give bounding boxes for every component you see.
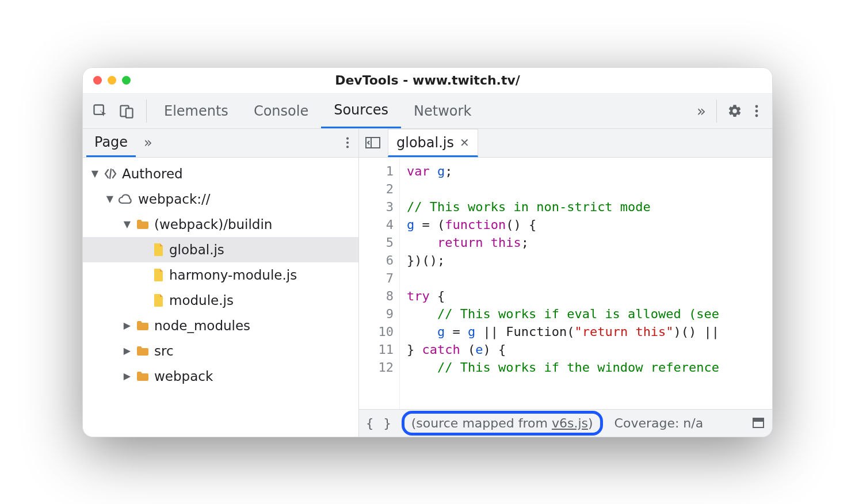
svg-point-3 (755, 105, 758, 108)
sidebar-more-tabs-icon[interactable]: » (136, 135, 152, 151)
chevron-right-icon: ▶ (123, 371, 131, 381)
tab-elements[interactable]: Elements (151, 94, 241, 128)
tree-node-webpack[interactable]: ▼ webpack:// (83, 186, 358, 212)
tree-label: module.js (169, 293, 234, 308)
svg-rect-12 (753, 418, 764, 421)
folder-icon (136, 320, 150, 331)
inspect-icon[interactable] (92, 103, 108, 119)
file-icon (153, 293, 165, 307)
tab-sources[interactable]: Sources (321, 94, 401, 128)
more-tabs-chevron-icon[interactable]: » (691, 102, 712, 120)
devtools-window: DevTools - www.twitch.tv/ ElementsConsol… (82, 67, 773, 437)
source-map-text: (source mapped from (411, 416, 552, 430)
editor-tab-global-js[interactable]: global.js ✕ (388, 129, 478, 157)
line-gutter: 123456789101112 (359, 158, 399, 409)
file-tree: ▼ Authored ▼ webpack:// ▼ (83, 158, 358, 437)
tree-label: webpack:// (138, 192, 210, 207)
code-area: 123456789101112 var g; // This works in … (359, 158, 772, 409)
gear-icon[interactable] (727, 104, 742, 119)
kebab-menu-icon[interactable] (755, 104, 758, 118)
tree-label: global.js (169, 242, 224, 257)
pretty-print-icon[interactable]: { } (366, 416, 392, 430)
tab-network[interactable]: Network (401, 94, 484, 128)
tree-folder[interactable]: ▶src (83, 338, 358, 364)
editor-tab-label: global.js (396, 135, 454, 151)
svg-point-8 (346, 146, 349, 148)
folder-icon (136, 371, 150, 382)
tree-file[interactable]: ▶global.js (83, 237, 358, 262)
traffic-lights (83, 76, 131, 85)
tree-folder[interactable]: ▶node_modules (83, 313, 358, 338)
divider (716, 100, 717, 123)
tab-console[interactable]: Console (241, 94, 321, 128)
chevron-right-icon: ▶ (123, 345, 131, 356)
file-icon (153, 243, 165, 257)
sidebar-kebab-icon[interactable] (346, 136, 355, 149)
authored-icon (104, 167, 117, 181)
editor-statusbar: { } (source mapped from v6s.js) Coverage… (359, 409, 772, 437)
divider (146, 100, 147, 123)
show-console-drawer-icon[interactable] (751, 416, 765, 430)
minimize-window-button[interactable] (108, 76, 116, 85)
device-toolbar-icon[interactable] (119, 103, 135, 119)
tree-file[interactable]: ▶module.js (83, 288, 358, 313)
toggle-navigator-icon[interactable] (365, 136, 381, 150)
svg-point-6 (346, 138, 349, 140)
sidebar-tabstrip: Page » (83, 129, 358, 158)
code-content[interactable]: var g; // This works in non-strict modeg… (399, 158, 772, 409)
folder-open-icon (136, 219, 150, 230)
tree-label: Authored (122, 166, 183, 181)
close-tab-icon[interactable]: ✕ (460, 136, 470, 150)
tree-file[interactable]: ▶harmony-module.js (83, 262, 358, 288)
editor-tabstrip: global.js ✕ (359, 129, 772, 158)
tree-label: src (154, 343, 174, 358)
cloud-icon (119, 193, 133, 205)
coverage-status: Coverage: n/a (614, 416, 704, 430)
tree-folder[interactable]: ▶webpack (83, 364, 358, 389)
chevron-down-icon: ▼ (106, 193, 114, 204)
folder-icon (136, 345, 150, 357)
tree-node-buildin[interactable]: ▼ (webpack)/buildin (83, 212, 358, 237)
svg-point-4 (755, 109, 758, 112)
editor-pane: global.js ✕ 123456789101112 var g; // Th… (359, 129, 772, 437)
tree-label: (webpack)/buildin (154, 217, 272, 232)
file-icon (153, 268, 165, 282)
tree-label: node_modules (154, 318, 250, 333)
main-tabstrip: ElementsConsoleSourcesNetwork » (83, 93, 772, 129)
tree-label: webpack (154, 369, 213, 384)
sources-sidebar: Page » ▼ Authored ▼ (83, 129, 359, 437)
svg-rect-2 (126, 108, 133, 117)
close-window-button[interactable] (93, 76, 102, 85)
source-map-badge[interactable]: (source mapped from v6s.js) (402, 411, 603, 436)
svg-point-5 (755, 114, 758, 117)
content-split: Page » ▼ Authored ▼ (83, 129, 772, 437)
sidebar-tab-page[interactable]: Page (86, 129, 136, 157)
chevron-right-icon: ▶ (123, 320, 131, 331)
tree-label: harmony-module.js (169, 268, 297, 282)
source-map-link[interactable]: v6s.js (552, 416, 588, 430)
zoom-window-button[interactable] (122, 76, 131, 85)
chevron-down-icon: ▼ (123, 219, 131, 230)
chevron-down-icon: ▼ (91, 168, 99, 179)
titlebar: DevTools - www.twitch.tv/ (83, 68, 772, 93)
window-title: DevTools - www.twitch.tv/ (83, 73, 772, 87)
svg-point-7 (346, 142, 349, 144)
tree-node-authored[interactable]: ▼ Authored (83, 161, 358, 186)
